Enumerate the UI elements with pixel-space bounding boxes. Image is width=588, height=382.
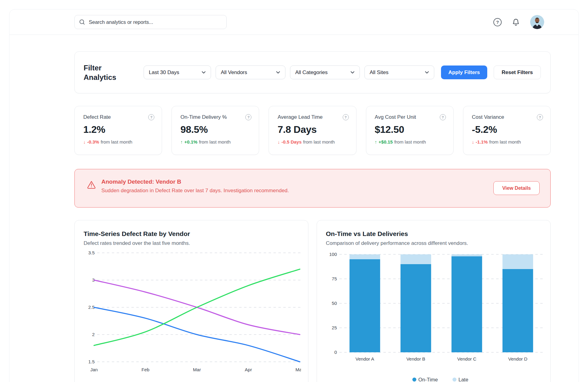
topbar-actions: ? bbox=[493, 15, 544, 29]
svg-text:Jan: Jan bbox=[90, 367, 98, 372]
svg-text:Vendor C: Vendor C bbox=[457, 356, 477, 361]
svg-text:25: 25 bbox=[332, 325, 337, 330]
kpi-delta-suffix: from last month bbox=[489, 139, 521, 144]
svg-text:Vendor B: Vendor B bbox=[406, 356, 425, 361]
svg-text:Mar: Mar bbox=[193, 367, 201, 372]
chevron-down-icon bbox=[425, 71, 429, 74]
arrow-down-icon: ↓ bbox=[472, 139, 474, 144]
chevron-down-icon bbox=[350, 71, 355, 74]
svg-text:Late: Late bbox=[458, 377, 468, 382]
filter-analytics-card: Filter Analytics Last 30 Days All Vendor… bbox=[74, 51, 551, 93]
line-chart-title: Time-Series Defect Rate by Vendor bbox=[84, 230, 300, 238]
kpi-title: Avg Cost Per Unit bbox=[375, 114, 416, 120]
help-icon[interactable]: ? bbox=[148, 114, 154, 120]
top-bar: ? bbox=[9, 9, 579, 35]
date-range-value: Last 30 Days bbox=[149, 69, 179, 76]
search-input[interactable] bbox=[89, 19, 222, 25]
categories-dropdown[interactable]: All Categories bbox=[290, 66, 360, 79]
kpi-delta-value: +0.1% bbox=[184, 139, 198, 144]
svg-text:Vendor A: Vendor A bbox=[356, 356, 374, 361]
chevron-down-icon bbox=[276, 71, 280, 74]
help-icon[interactable]: ? bbox=[493, 18, 502, 26]
vendors-value: All Vendors bbox=[221, 69, 247, 76]
kpi-card-cost-variance: Cost Variance ? -5.2% ↓ -1.1% from last … bbox=[463, 106, 551, 155]
svg-text:Apr: Apr bbox=[245, 367, 252, 372]
categories-value: All Categories bbox=[295, 69, 328, 76]
line-chart-card: Time-Series Defect Rate by Vendor Defect… bbox=[74, 220, 308, 382]
charts-row: Time-Series Defect Rate by Vendor Defect… bbox=[74, 220, 551, 382]
help-icon[interactable]: ? bbox=[343, 114, 349, 120]
bell-icon[interactable] bbox=[512, 18, 520, 26]
arrow-up-icon: ↑ bbox=[180, 139, 183, 144]
svg-text:3.5: 3.5 bbox=[88, 251, 95, 255]
svg-text:0: 0 bbox=[334, 350, 337, 355]
line-chart-subtitle: Defect rates trended over the last five … bbox=[84, 240, 300, 246]
apply-filters-button[interactable]: Apply Filters bbox=[441, 66, 487, 79]
svg-text:May: May bbox=[296, 367, 301, 372]
arrow-down-icon: ↓ bbox=[83, 139, 86, 144]
main-content: Filter Analytics Last 30 Days All Vendor… bbox=[9, 35, 579, 382]
kpi-value: 98.5% bbox=[180, 124, 251, 135]
alert-message: Sudden degradation in Defect Rate over l… bbox=[101, 188, 289, 194]
sites-value: All Sites bbox=[370, 69, 388, 76]
vendors-dropdown[interactable]: All Vendors bbox=[216, 66, 285, 79]
filter-title: Filter Analytics bbox=[84, 63, 130, 82]
reset-filters-button[interactable]: Reset Filters bbox=[494, 66, 541, 79]
help-icon[interactable]: ? bbox=[440, 114, 446, 120]
kpi-title: Cost Variance bbox=[472, 114, 504, 120]
svg-text:Feb: Feb bbox=[141, 367, 149, 372]
warning-triangle-icon bbox=[87, 180, 96, 207]
help-icon[interactable]: ? bbox=[245, 114, 251, 120]
kpi-title: Defect Rate bbox=[83, 114, 111, 120]
kpi-delta-suffix: from last month bbox=[303, 139, 335, 144]
search-icon bbox=[79, 19, 85, 25]
alert-title: Anomaly Detected: Vendor B bbox=[101, 178, 289, 185]
kpi-title: On-Time Delivery % bbox=[180, 114, 227, 120]
svg-text:1.5: 1.5 bbox=[88, 359, 95, 364]
svg-text:75: 75 bbox=[332, 276, 337, 281]
bar-chart-card: On-Time vs Late Deliveries Comparison of… bbox=[317, 220, 551, 382]
bar-chart-subtitle: Comparison of delivery performance acros… bbox=[326, 240, 543, 246]
kpi-card-defect-rate: Defect Rate ? 1.2% ↓ -0.3% from last mon… bbox=[74, 106, 162, 155]
kpi-value: $12.50 bbox=[375, 124, 446, 135]
kpi-delta-suffix: from last month bbox=[199, 139, 231, 144]
chevron-down-icon bbox=[202, 71, 206, 74]
alert-text: Anomaly Detected: Vendor B Sudden degrad… bbox=[101, 178, 289, 207]
filter-controls: Last 30 Days All Vendors All Categories bbox=[144, 66, 543, 79]
app-panel: ? bbox=[9, 9, 579, 382]
anomaly-alert-banner: Anomaly Detected: Vendor B Sudden degrad… bbox=[74, 169, 551, 208]
kpi-delta-suffix: from last month bbox=[101, 139, 132, 144]
kpi-card-average-lead-time: Average Lead Time ? 7.8 Days ↓ -0.5 Days… bbox=[269, 106, 356, 155]
search-box[interactable] bbox=[74, 15, 227, 29]
kpi-delta-value: -0.5 Days bbox=[281, 139, 302, 144]
kpi-delta-value: -1.1% bbox=[476, 139, 488, 144]
date-range-dropdown[interactable]: Last 30 Days bbox=[144, 66, 211, 79]
view-details-button[interactable]: View Details bbox=[493, 181, 540, 195]
bar-chart-title: On-Time vs Late Deliveries bbox=[326, 230, 543, 238]
svg-text:On-Time: On-Time bbox=[418, 377, 438, 382]
kpi-title: Average Lead Time bbox=[277, 114, 322, 120]
arrow-down-icon: ↓ bbox=[277, 139, 280, 144]
kpi-value: 7.8 Days bbox=[277, 124, 349, 135]
defect-rate-line-chart: 3.532.521.5JanFebMarAprMay bbox=[84, 251, 300, 375]
svg-text:100: 100 bbox=[329, 252, 337, 257]
kpi-delta-suffix: from last month bbox=[394, 139, 426, 144]
help-icon[interactable]: ? bbox=[537, 114, 543, 120]
kpi-row: Defect Rate ? 1.2% ↓ -0.3% from last mon… bbox=[74, 106, 551, 155]
svg-text:Vendor D: Vendor D bbox=[508, 356, 527, 361]
kpi-value: -5.2% bbox=[472, 124, 543, 135]
kpi-card-avg-cost-per-unit: Avg Cost Per Unit ? $12.50 ↑ +$0.15 from… bbox=[366, 106, 454, 155]
kpi-value: 1.2% bbox=[83, 124, 154, 135]
kpi-card-on-time-delivery: On-Time Delivery % ? 98.5% ↑ +0.1% from … bbox=[172, 106, 259, 155]
deliveries-bar-chart: 1007550250Vendor AVendor BVendor CVendor… bbox=[326, 251, 543, 382]
sites-dropdown[interactable]: All Sites bbox=[364, 66, 434, 79]
avatar[interactable] bbox=[530, 15, 544, 29]
arrow-up-icon: ↑ bbox=[375, 139, 377, 144]
svg-text:50: 50 bbox=[332, 301, 337, 306]
kpi-delta-value: -0.3% bbox=[87, 139, 99, 144]
svg-text:2: 2 bbox=[92, 332, 95, 337]
kpi-delta-value: +$0.15 bbox=[379, 139, 393, 144]
